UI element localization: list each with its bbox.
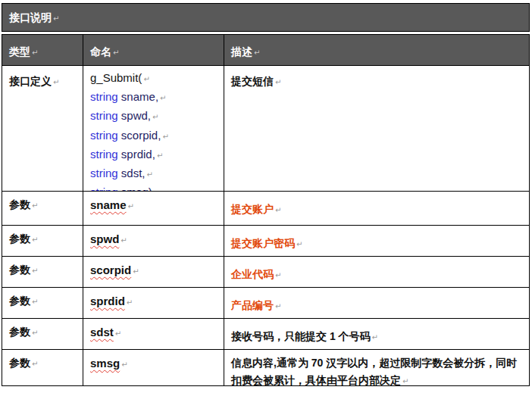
definition-row: 接口定义↵ g_Submit(↵ string sname,↵ string s… [2,65,529,191]
paragraph-mark-icon: ↵ [53,14,59,23]
code-line: string sdst,↵ [90,164,224,183]
code-line: string sname,↵ [90,88,224,107]
param-type-cell: 参数↵ [2,226,83,256]
param-description-cell: 信息内容,通常为 70 汉字以内，超过限制字数会被分拆，同时扣费会被累计，具体由… [224,350,529,385]
paragraph-mark-icon: ↵ [296,240,302,248]
paragraph-mark-icon: ↵ [113,48,119,57]
param-row-spwd: 参数↵ spwd↵ 提交账户密码↵ [2,225,529,256]
paragraph-mark-icon: ↵ [32,201,38,210]
param-type-cell: 参数↵ [2,350,83,385]
paragraph-mark-icon: ↵ [254,48,260,57]
paragraph-mark-icon: ↵ [154,189,160,191]
paragraph-mark-icon: ↵ [160,94,166,102]
param-type-cell: 参数↵ [2,192,83,225]
param-description-cell: 企业代码↵ [224,257,529,287]
param-name-cell: sname↵ [83,192,224,225]
paragraph-mark-icon: ↵ [275,271,281,279]
column-header-type: 类型↵ [2,35,83,65]
param-row-scorpid: 参数↵ scorpid↵ 企业代码↵ [2,256,529,287]
paragraph-mark-icon: ↵ [133,267,139,276]
param-description-cell: 提交账户↵ [224,192,529,225]
param-name-cell: scorpid↵ [83,257,224,287]
paragraph-mark-icon: ↵ [402,377,408,385]
paragraph-mark-icon: ↵ [115,329,121,338]
interface-table: 类型↵ 命名↵ 描述↵ 接口定义↵ g_Submit(↵ string snam… [2,34,530,386]
paragraph-mark-icon: ↵ [147,170,153,179]
param-row-smsg: 参数↵ smsg↵ 信息内容,通常为 70 汉字以内，超过限制字数会被分拆，同时… [2,349,529,385]
code-line: g_Submit(↵ [90,69,224,88]
paragraph-mark-icon: ↵ [53,78,59,86]
paragraph-mark-icon: ↵ [152,113,158,121]
paragraph-mark-icon: ↵ [275,78,281,86]
paragraph-mark-icon: ↵ [32,235,38,244]
table-title-row: 接口说明↵ [2,3,530,32]
param-name-cell: spwd↵ [83,226,224,256]
param-type-cell: 参数↵ [2,288,83,318]
column-header-row: 类型↵ 命名↵ 描述↵ [2,35,529,65]
param-row-sname: 参数↵ sname↵ 提交账户↵ [2,191,529,225]
paragraph-mark-icon: ↵ [127,298,133,307]
paragraph-mark-icon: ↵ [120,236,127,245]
definition-type-cell: 接口定义↵ [2,66,83,191]
param-name-cell: sdst↵ [83,319,224,349]
paragraph-mark-icon: ↵ [32,48,38,57]
paragraph-mark-icon: ↵ [372,333,378,342]
word-table-document: 接口说明↵ 类型↵ 命名↵ 描述↵ 接口定义↵ g_Submit(↵ strin… [0,0,532,393]
paragraph-mark-icon: ↵ [121,360,127,369]
definition-description-cell: 提交短信↵ [224,66,529,191]
paragraph-mark-icon: ↵ [162,133,168,141]
paragraph-mark-icon: ↵ [275,206,281,214]
param-row-sdst: 参数↵ sdst↵ 接收号码，只能提交 1 个号码↵ [2,318,529,349]
paragraph-mark-icon: ↵ [275,302,281,310]
paragraph-mark-icon: ↵ [157,151,163,160]
code-line: string spwd,↵ [90,107,224,126]
param-type-cell: 参数↵ [2,257,83,287]
param-description-cell: 产品编号↵ [224,288,529,318]
code-line: string sprdid,↵ [90,145,224,164]
paragraph-mark-icon: ↵ [32,360,38,368]
code-line: string smsg)↵ [90,183,224,191]
param-type-cell: 参数↵ [2,319,83,349]
paragraph-mark-icon: ↵ [32,267,38,275]
paragraph-mark-icon: ↵ [128,202,134,211]
column-header-description: 描述↵ [224,35,529,65]
param-description-cell: 提交账户密码↵ [224,226,529,256]
paragraph-mark-icon: ↵ [143,75,149,83]
param-row-sprdid: 参数↵ sprdid↵ 产品编号↵ [2,287,529,318]
column-header-name: 命名↵ [83,35,224,65]
param-name-cell: smsg↵ [83,350,224,385]
param-description-cell: 接收号码，只能提交 1 个号码↵ [224,319,529,349]
param-name-cell: sprdid↵ [83,288,224,318]
paragraph-mark-icon: ↵ [32,329,38,337]
table-title: 接口说明 [9,11,52,23]
definition-code-cell: g_Submit(↵ string sname,↵ string spwd,↵ … [83,66,224,191]
paragraph-mark-icon: ↵ [32,298,38,306]
code-line: string scorpid,↵ [90,126,224,145]
